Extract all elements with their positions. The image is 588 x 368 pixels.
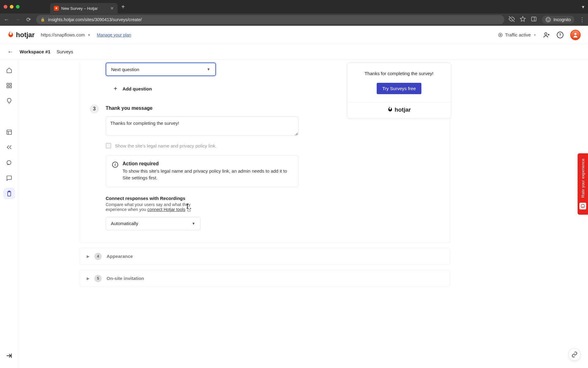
- traffic-status-label: Traffic active: [505, 32, 531, 37]
- back-button[interactable]: ←: [3, 17, 10, 23]
- traffic-status-dropdown[interactable]: Traffic active ▼: [498, 32, 537, 37]
- browser-tab[interactable]: New Survey – Hotjar ✕: [50, 3, 118, 13]
- flame-icon: [7, 31, 14, 39]
- breadcrumb: ← Workspace #1 Surveys: [0, 44, 588, 59]
- privacy-checkbox-row[interactable]: Show the site's legal name and privacy p…: [106, 143, 438, 148]
- expand-nav-button[interactable]: [6, 352, 12, 361]
- traffic-dot-icon: [498, 33, 503, 37]
- rate-experience-label: Rate your experience: [581, 159, 585, 198]
- manage-plan-link[interactable]: Manage your plan: [97, 33, 131, 37]
- forward-button: →: [14, 17, 21, 23]
- browser-toolbar: ← → ⟳ 🔒 insights.hotjar.com/sites/309041…: [0, 13, 588, 26]
- profile-avatar[interactable]: [570, 30, 581, 40]
- nav-surveys-icon[interactable]: [3, 188, 15, 199]
- smile-icon: [579, 203, 586, 209]
- nav-home-icon[interactable]: [3, 64, 15, 76]
- step-number-badge: 5: [94, 275, 102, 282]
- svg-rect-9: [7, 86, 9, 88]
- close-tab-icon[interactable]: ✕: [110, 6, 114, 11]
- privacy-checkbox-label: Show the site's legal name and privacy p…: [115, 143, 217, 148]
- callout-body: To show this site's legal name and priva…: [123, 168, 292, 181]
- back-arrow-icon[interactable]: ←: [7, 48, 13, 55]
- try-surveys-free-button[interactable]: Try Surveys free: [377, 83, 421, 94]
- nav-dashboard-icon[interactable]: [3, 80, 15, 91]
- nav-feedback-icon[interactable]: [3, 157, 15, 169]
- plus-icon: +: [112, 85, 119, 92]
- section-label: On-site invitation: [107, 276, 144, 281]
- window-controls: [4, 5, 20, 9]
- svg-rect-11: [7, 130, 11, 135]
- text-cursor-icon: [185, 203, 190, 209]
- svg-rect-1: [532, 17, 536, 21]
- svg-point-3: [545, 33, 547, 35]
- brand-text: hotjar: [16, 31, 35, 39]
- chevron-down-icon: ▼: [533, 33, 537, 37]
- chevron-right-icon: ▶: [87, 254, 89, 259]
- step-number-badge: 3: [90, 104, 99, 113]
- incognito-label: Incognito: [553, 17, 571, 22]
- step-number-badge: 4: [94, 253, 102, 260]
- eye-off-icon[interactable]: [509, 16, 515, 23]
- site-selector[interactable]: https://snapflows.com ▼: [41, 32, 91, 37]
- preview-brand: hotjar: [395, 106, 411, 113]
- new-tab-button[interactable]: +: [121, 3, 125, 10]
- maximize-window-icon[interactable]: [16, 5, 20, 9]
- add-question-label: Add question: [123, 86, 152, 91]
- chevron-down-icon: ▼: [192, 221, 195, 226]
- app-header: hotjar https://snapflows.com ▼ Manage yo…: [0, 26, 588, 44]
- checkbox-icon[interactable]: [106, 143, 111, 148]
- action-required-callout: i Action required To show this site's le…: [106, 155, 299, 187]
- bookmark-star-icon[interactable]: [520, 16, 526, 23]
- workspace-name[interactable]: Workspace #1: [20, 49, 51, 54]
- connect-recordings-desc: Compare what your users say and what the…: [106, 202, 202, 212]
- chevron-right-icon: ▶: [87, 276, 89, 281]
- hotjar-logo[interactable]: hotjar: [7, 31, 35, 39]
- site-url: https://snapflows.com: [41, 32, 85, 37]
- appearance-section[interactable]: ▶ 4 Appearance: [80, 248, 450, 265]
- chevron-down-icon: ▼: [207, 67, 210, 71]
- close-window-icon[interactable]: [4, 5, 7, 9]
- survey-preview-card: Thanks for completing the survey! Try Su…: [347, 63, 451, 118]
- reload-button[interactable]: ⟳: [25, 16, 32, 23]
- onsite-invitation-section[interactable]: ▶ 5 On-site invitation: [80, 270, 450, 287]
- flame-icon: [387, 106, 393, 113]
- connect-hotjar-tools-link[interactable]: connect Hotjar tools: [147, 207, 185, 212]
- share-link-button[interactable]: [568, 348, 581, 361]
- nav-chat-icon[interactable]: [3, 172, 15, 184]
- callout-title: Action required: [123, 161, 292, 167]
- rate-experience-tab[interactable]: Rate your experience: [578, 153, 588, 215]
- svg-rect-7: [7, 83, 9, 85]
- svg-point-6: [575, 33, 577, 35]
- tab-overflow-icon[interactable]: ▾: [582, 4, 584, 10]
- nav-highlights-icon[interactable]: [3, 95, 15, 107]
- nav-recordings-icon[interactable]: [3, 142, 15, 153]
- svg-rect-8: [9, 83, 11, 85]
- dropdown-value: Next question: [111, 67, 139, 72]
- url-text: insights.hotjar.com/sites/3090413/survey…: [48, 17, 142, 22]
- help-icon[interactable]: ?: [557, 32, 564, 38]
- minimize-window-icon[interactable]: [10, 5, 13, 9]
- connect-recordings-title: Connect responses with Recordings: [106, 196, 438, 201]
- address-bar[interactable]: 🔒 insights.hotjar.com/sites/3090413/surv…: [36, 15, 504, 24]
- svg-rect-10: [9, 86, 11, 88]
- nav-heatmaps-icon[interactable]: [3, 126, 15, 138]
- preview-message: Thanks for completing the survey!: [353, 71, 445, 76]
- info-icon: i: [112, 162, 118, 168]
- nav-rail: [0, 59, 18, 368]
- chevron-down-icon: ▼: [87, 33, 91, 37]
- preview-footer: hotjar: [347, 102, 451, 118]
- incognito-indicator[interactable]: Incognito: [542, 16, 575, 24]
- breadcrumb-section[interactable]: Surveys: [57, 49, 73, 54]
- lock-icon: 🔒: [40, 17, 45, 22]
- incognito-icon: [545, 17, 551, 22]
- side-panel-icon[interactable]: [531, 16, 537, 23]
- browser-menu-icon[interactable]: ⋮: [579, 16, 585, 23]
- recordings-mode-dropdown[interactable]: Automatically ▼: [106, 217, 201, 230]
- svg-point-15: [581, 204, 585, 208]
- tab-title: New Survey – Hotjar: [61, 6, 98, 11]
- browser-tab-strip: New Survey – Hotjar ✕ + ▾: [0, 0, 588, 13]
- next-question-dropdown[interactable]: Next question ▼: [106, 63, 216, 76]
- dropdown-value: Automatically: [111, 221, 138, 226]
- thank-you-textarea[interactable]: [106, 117, 299, 136]
- invite-user-icon[interactable]: [543, 32, 550, 38]
